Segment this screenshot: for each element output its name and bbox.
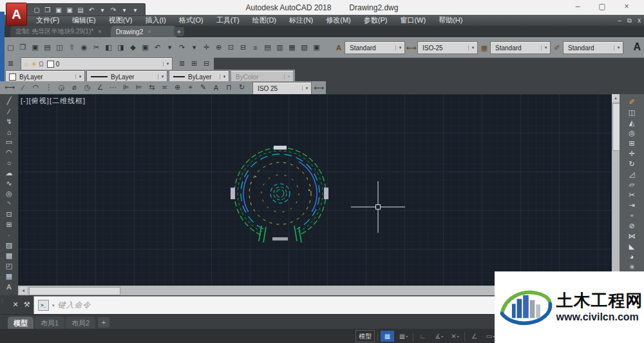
draw-tool-icon[interactable]: ⊡ [4, 210, 14, 219]
file-tab-active[interactable]: Drawing2 × [111, 26, 176, 37]
draw-tool-icon[interactable]: ▦ [4, 271, 14, 281]
chevron-down-icon[interactable]: ▾ [220, 74, 229, 79]
qat-icon[interactable]: ▢ [32, 5, 41, 14]
new-tab-button[interactable]: + [174, 27, 184, 36]
dim-style-dropdown[interactable]: ISO-25 ▾ [417, 41, 478, 54]
minimize-icon[interactable]: – [565, 2, 590, 11]
draw-tool-icon[interactable]: A [4, 282, 14, 291]
scroll-up-icon[interactable]: ▲ [612, 94, 620, 102]
standard-tool-icon[interactable]: ◨ [115, 42, 126, 53]
standard-tool-icon[interactable]: ◧ [103, 42, 114, 53]
standard-tool-icon[interactable]: ▦ [287, 42, 298, 53]
standard-tool-icon[interactable]: ▤ [42, 42, 53, 53]
chevron-down-icon[interactable]: ▾ [163, 61, 172, 66]
grid-display-icon[interactable]: ▦ [381, 331, 394, 342]
standard-tool-icon[interactable]: ⊟ [238, 42, 249, 53]
draw-tool-icon[interactable]: ▭ [4, 137, 14, 147]
standard-tool-icon[interactable]: ↶ [152, 42, 163, 53]
close-icon[interactable]: × [614, 2, 639, 11]
layer-lock-icon[interactable]: Ω [39, 61, 43, 68]
tab-layout1[interactable]: 布局1 [35, 317, 64, 329]
layer-tool-icon[interactable]: ⊞ [189, 58, 200, 69]
dimension-tool-icon[interactable]: ⌀ [68, 82, 80, 93]
draw-tool-icon[interactable]: ▨ [4, 240, 14, 250]
layer-tool-icon[interactable]: ⊟ [201, 58, 212, 69]
chevron-down-icon[interactable]: ▾ [541, 45, 550, 50]
qat-icon[interactable]: ▣ [54, 5, 63, 14]
dimension-tool-icon[interactable]: A [210, 82, 222, 93]
dim-current-style-dropdown[interactable]: ISO 25 ▾ [252, 82, 312, 95]
dimension-tool-icon[interactable]: ⇆ [146, 82, 158, 93]
menu-parametric[interactable]: 参数(P) [357, 15, 394, 26]
dimension-tool-icon[interactable]: ⊕ [171, 82, 184, 93]
dimension-tool-icon[interactable]: ◷ [81, 82, 93, 93]
draw-tool-icon[interactable]: ∿ [4, 179, 14, 188]
dimension-tool-icon[interactable]: ⊓ [223, 82, 235, 93]
menu-modify[interactable]: 修改(M) [319, 15, 357, 26]
standard-tool-icon[interactable]: ≡ [250, 42, 261, 53]
command-drag-grip[interactable]: ⁞ [1, 298, 3, 304]
draw-tool-icon[interactable]: ◠ [4, 148, 14, 157]
dimension-tool-icon[interactable]: ≍ [158, 82, 171, 93]
table-style-dropdown[interactable]: Standard ▾ [490, 41, 551, 54]
qat-icon[interactable]: ▤ [76, 5, 85, 14]
chevron-down-icon[interactable]: ▾ [457, 334, 459, 338]
layer-on-icon[interactable]: ☼ [23, 61, 29, 68]
chevron-down-icon[interactable]: ▾ [158, 74, 167, 79]
modify-tool-icon[interactable]: ▱ [626, 179, 638, 190]
standard-tool-icon[interactable]: ❒ [17, 42, 28, 53]
layer-dropdown[interactable]: ☼ ☀ Ω 0 ▾ [21, 57, 173, 70]
standard-tool-icon[interactable]: ▣ [311, 42, 322, 53]
menu-edit[interactable]: 编辑(E) [66, 15, 102, 26]
menu-help[interactable]: 帮助(H) [432, 15, 469, 26]
dimension-tool-icon[interactable]: ◶ [55, 82, 68, 93]
standard-tool-icon[interactable]: ↷ [176, 42, 187, 53]
standard-tool-icon[interactable]: ▧ [299, 42, 310, 53]
file-tab-inactive[interactable]: 定制: 先导区半地块9.29(1)* × [10, 26, 117, 37]
dimension-tool-icon[interactable]: ⊫ [120, 82, 132, 93]
menu-view[interactable]: 视图(V) [102, 15, 139, 26]
chevron-down-icon[interactable]: ▾ [395, 45, 404, 50]
dimension-tool-icon[interactable]: ⊨ [133, 82, 145, 93]
scroll-left-icon[interactable]: ◂ [19, 287, 27, 294]
horizontal-scroll-thumb[interactable] [29, 287, 120, 295]
chevron-down-icon[interactable]: ▾ [406, 334, 408, 338]
chevron-down-icon[interactable]: ▾ [614, 45, 623, 50]
standard-tool-icon[interactable]: ⇧ [66, 42, 77, 53]
menu-format[interactable]: 格式(O) [173, 15, 210, 26]
modify-tool-icon[interactable]: ◎ [626, 128, 638, 138]
modify-tool-icon[interactable]: ✳ [626, 262, 638, 272]
standard-tool-icon[interactable]: ✛ [201, 42, 212, 53]
annotation-icon[interactable]: A [633, 41, 641, 53]
menu-file[interactable]: 文件(F) [30, 15, 66, 26]
draw-tool-icon[interactable]: · [4, 230, 14, 240]
modify-tool-icon[interactable]: ⋈ [626, 231, 638, 241]
text-style-dropdown[interactable]: Standard ▾ [345, 41, 405, 54]
drawing-area[interactable]: [-][俯视][二维线框] [18, 94, 612, 286]
new-layout-button[interactable]: + [98, 317, 109, 328]
standard-tool-icon[interactable]: ◉ [79, 42, 90, 53]
layer-tool-icon[interactable]: ≣ [176, 58, 187, 69]
modify-tool-icon[interactable]: ✛ [626, 148, 638, 159]
modify-tool-icon[interactable]: ∘ [626, 210, 638, 220]
modify-tool-icon[interactable]: ↻ [626, 159, 638, 169]
dimension-tool-icon[interactable]: ↻ [236, 82, 248, 93]
maximize-icon[interactable]: ▢ [590, 2, 614, 11]
doc-close-icon[interactable]: x [638, 17, 641, 24]
dimension-tool-icon[interactable]: ◠ [30, 82, 42, 93]
modify-tool-icon[interactable]: ◿ [626, 169, 638, 179]
modify-tool-icon[interactable]: ✐ [626, 97, 638, 107]
standard-tool-icon[interactable]: ▢ [5, 42, 16, 53]
layer-properties-icon[interactable]: ≣ [5, 58, 16, 69]
qat-icon[interactable]: ▣ [65, 5, 74, 14]
chevron-down-icon[interactable]: ▾ [52, 303, 55, 308]
object-snap-icon[interactable]: ✕▾ [448, 331, 462, 342]
dimension-tool-icon[interactable]: ⟷ [4, 82, 16, 93]
tab-close-icon[interactable]: × [147, 28, 151, 35]
modify-tool-icon[interactable]: ◣ [626, 241, 638, 251]
modify-tool-icon[interactable]: ⊘ [626, 220, 638, 231]
modify-tool-icon[interactable]: ⊞ [626, 138, 638, 148]
dimension-tool-icon[interactable]: ⋮ [43, 82, 55, 93]
command-close-icon[interactable]: ✕ [12, 300, 18, 309]
isodraft-icon[interactable]: ∠ [468, 331, 481, 342]
